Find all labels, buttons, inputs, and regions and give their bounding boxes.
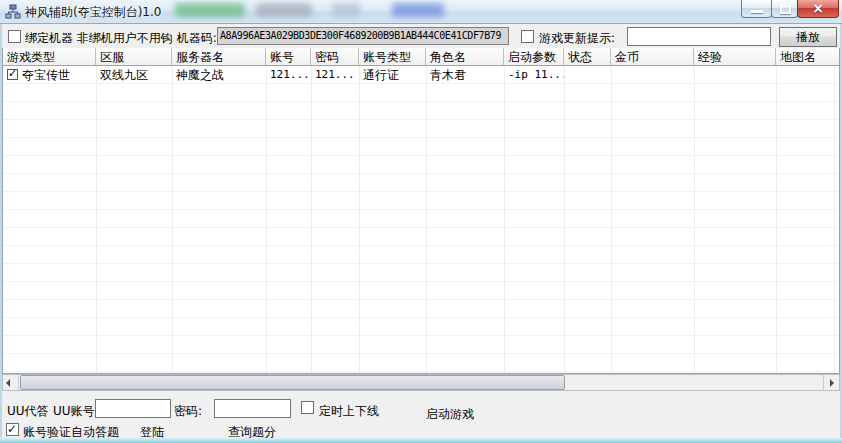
cell-server: 神魔之战 (172, 66, 266, 84)
machine-code-field[interactable]: A8A996AE3A029BD3DE300F4689200B9B1AB444C0… (217, 27, 509, 45)
col-zone[interactable]: 区服 (96, 48, 172, 65)
cell-map (776, 66, 780, 84)
cell-account-type: 通行证 (359, 66, 426, 84)
update-prompt-input[interactable] (627, 27, 771, 46)
minimize-icon (751, 10, 763, 13)
horizontal-scrollbar[interactable] (2, 374, 840, 391)
table-row[interactable]: 夺宝传世 双线九区 神魔之战 121... 121... 通行证 青木君 -ip… (3, 66, 839, 84)
start-game-button[interactable]: 启动游戏 (426, 406, 474, 423)
col-server[interactable]: 服务器名 (172, 48, 266, 65)
col-password[interactable]: 密码 (311, 48, 359, 65)
cell-status (564, 66, 611, 84)
uu-answer-label: UU代答 (7, 403, 49, 420)
window-border-bottom (0, 438, 842, 443)
app-icon (5, 4, 21, 20)
scroll-left-icon (6, 379, 10, 387)
bottom-panel: UU代答 UU账号: 密码: 定时上下线 启动游戏 账号验证自动答题 登陆 查询… (0, 392, 842, 438)
col-account-type[interactable]: 账号类型 (359, 48, 426, 65)
auto-answer-checkbox[interactable] (6, 423, 19, 436)
scroll-right-button[interactable] (823, 375, 839, 390)
schedule-checkbox[interactable] (301, 401, 314, 414)
app-window: 神风辅助(夺宝控制台)1.0 × 绑定机器 非绑机用户不用钩 机器码: A8A9… (0, 0, 842, 443)
cell-password: 121... (311, 66, 359, 84)
play-button[interactable]: 播放 (779, 27, 837, 47)
titlebar[interactable]: 神风辅助(夺宝控制台)1.0 × (0, 0, 842, 24)
maximize-button[interactable] (771, 0, 798, 18)
bind-machine-checkbox[interactable] (8, 30, 21, 43)
uu-account-input[interactable] (95, 399, 171, 418)
update-prompt-label: 游戏更新提示: (539, 30, 615, 47)
cell-launch-params: -ip 11... (504, 66, 564, 84)
cell-game-type: 夺宝传世 (3, 66, 96, 84)
scroll-right-icon (830, 379, 834, 387)
maximize-icon (780, 5, 791, 14)
close-button[interactable]: × (797, 0, 839, 18)
scroll-left-button[interactable] (3, 375, 19, 390)
schedule-label: 定时上下线 (319, 403, 379, 420)
background-window-artifact (256, 3, 312, 17)
uu-password-label: 密码: (174, 403, 202, 420)
update-prompt-checkbox[interactable] (521, 30, 534, 43)
bind-machine-label: 绑定机器 非绑机用户不用钩 机器码: (25, 30, 217, 47)
cell-account: 121... (266, 66, 311, 84)
col-role[interactable]: 角色名 (426, 48, 504, 65)
background-window-artifact (392, 3, 444, 17)
cell-role: 青木君 (426, 66, 504, 84)
col-map[interactable]: 地图名 (776, 48, 839, 65)
col-game-type[interactable]: 游戏类型 (3, 48, 96, 65)
cell-gold (611, 66, 694, 84)
col-account[interactable]: 账号 (266, 48, 311, 65)
uu-account-label: UU账号: (53, 403, 99, 420)
table-body: 夺宝传世 双线九区 神魔之战 121... 121... 通行证 青木君 -ip… (3, 66, 839, 373)
minimize-button[interactable] (741, 0, 772, 18)
col-gold[interactable]: 金币 (611, 48, 694, 65)
window-title: 神风辅助(夺宝控制台)1.0 (25, 4, 161, 21)
table-header: 游戏类型 区服 服务器名 账号 密码 账号类型 角色名 启动参数 状态 金币 经… (3, 48, 839, 66)
col-exp[interactable]: 经验 (694, 48, 776, 65)
background-window-artifact (175, 3, 245, 17)
col-launch-params[interactable]: 启动参数 (504, 48, 564, 65)
window-border-left (0, 24, 2, 443)
cell-exp (694, 66, 776, 84)
uu-password-input[interactable] (214, 399, 291, 418)
scrollbar-thumb[interactable] (20, 375, 565, 390)
close-icon: × (798, 0, 838, 16)
background-window-artifact (332, 3, 360, 17)
row-checkbox[interactable] (7, 69, 18, 80)
cell-zone: 双线九区 (96, 66, 172, 84)
col-status[interactable]: 状态 (564, 48, 611, 65)
top-controls: 绑定机器 非绑机用户不用钩 机器码: A8A996AE3A029BD3DE300… (0, 24, 842, 48)
accounts-table: 游戏类型 区服 服务器名 账号 密码 账号类型 角色名 启动参数 状态 金币 经… (2, 48, 840, 374)
